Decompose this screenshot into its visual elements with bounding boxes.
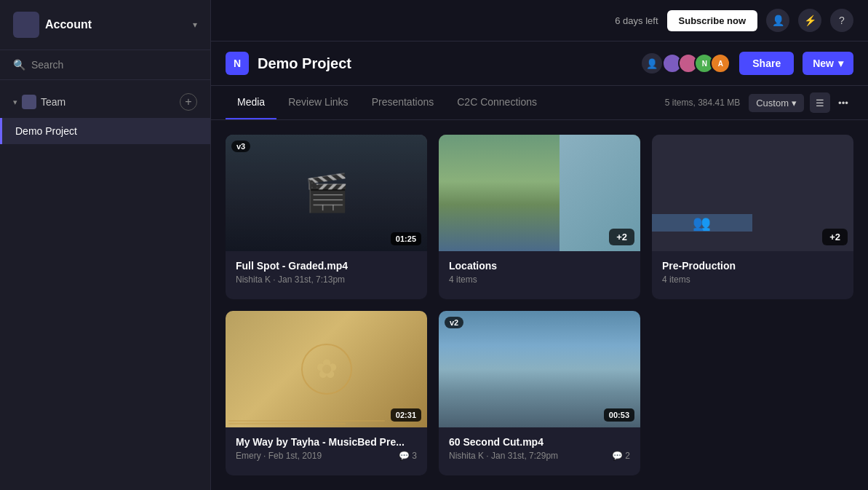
card-comment: 💬 2 [612,451,630,461]
project-header: N Demo Project 👤 N A Share New ▾ [211,42,868,86]
media-grid: 🎬 v3 01:25 Full Spot - Graded.mp4 Nishit… [211,120,868,490]
team-name: Team [41,96,175,108]
card-meta: Nishita K · Jan 31st, 7:29pm 💬 2 [449,451,630,461]
plus-badge-preproduction: +2 [822,229,848,245]
card-meta-text: Nishita K · Jan 31st, 7:29pm [449,451,558,461]
card-title: Pre-Production [662,260,843,272]
search-icon: 🔍 [13,59,25,71]
card-info-preproduction: Pre-Production 4 items [652,251,853,293]
thumb-image-location [439,135,560,251]
sort-chevron-icon: ▾ [792,98,797,108]
sort-button[interactable]: Custom ▾ [749,94,804,112]
card-info-locations: Locations 4 items [439,251,640,293]
card-title: My Way by Tayha - MusicBed Pre... [236,436,417,448]
media-card-full-spot[interactable]: 🎬 v3 01:25 Full Spot - Graded.mp4 Nishit… [226,135,427,299]
bolt-icon: ⚡ [804,15,816,26]
more-icon: ••• [838,98,848,108]
version-badge-v3: v3 [231,141,250,152]
thumbnail-sixty-second: v2 00:53 [439,311,640,427]
team-chevron-icon: ▾ [13,98,17,107]
comment-icon: 💬 [399,451,410,461]
media-card-my-way[interactable]: 02:31 My Way by Tayha - MusicBed Pre... … [226,311,427,475]
thumbnail-locations: +2 [439,135,640,251]
card-meta-text: Nishita K · Jan 31st, 7:13pm [236,274,345,285]
comment-count: 3 [412,451,417,461]
card-comment: 💬 3 [399,451,417,461]
account-chevron-icon: ▾ [193,20,197,30]
new-button[interactable]: New ▾ [803,52,853,75]
account-name: Account [45,18,187,31]
list-view-button[interactable]: ☰ [810,92,830,113]
card-title: Locations [449,260,630,272]
team-avatar [22,95,36,109]
card-meta-left: Emery · Feb 1st, 2019 [236,451,322,461]
plus-badge: +2 [609,229,634,245]
add-member-button[interactable]: 👤 [642,53,662,74]
tab-c2c-connections[interactable]: C2C Connections [445,86,549,119]
user-icon: 👤 [772,15,784,26]
duration-badge-music: 02:31 [391,408,421,422]
comment-count: 2 [625,451,630,461]
new-chevron-icon: ▾ [838,58,843,69]
version-badge-v2: v2 [445,317,463,328]
list-view-icon: ☰ [816,98,824,108]
card-meta: Nishita K · Jan 31st, 7:13pm [236,274,417,285]
more-options-button[interactable]: ••• [833,92,853,113]
trial-text: 6 days left [615,15,658,26]
add-team-button[interactable]: + [180,93,197,111]
duration-badge: 01:25 [391,232,421,245]
team-header[interactable]: ▾ Team + [0,86,210,118]
tab-review-links[interactable]: Review Links [276,86,359,119]
search-label: Search [31,59,63,71]
media-card-preproduction[interactable]: 👥 +2 Pre-Production 4 items [652,135,853,299]
help-icon: ? [839,15,845,26]
app-wrapper: Account ▾ 🔍 Search ▾ Team + Demo Project… [0,0,868,490]
comment-icon: 💬 [612,451,623,461]
thumbnail-preproduction: 👥 +2 [652,135,853,251]
card-meta-text: Emery · Feb 1st, 2019 [236,451,322,461]
member-avatars: 👤 N A [642,53,730,74]
card-title: 60 Second Cut.mp4 [449,436,630,448]
music-rose-icon [301,344,352,395]
user-profile-button[interactable]: 👤 [766,9,789,32]
search-button[interactable]: 🔍 Search [0,50,210,80]
activity-button[interactable]: ⚡ [798,9,821,32]
thumbnail-full-spot: 🎬 v3 01:25 [226,135,427,251]
subscribe-button[interactable]: Subscribe now [667,10,757,31]
sidebar: Account ▾ 🔍 Search ▾ Team + Demo Project [0,0,211,490]
sub-thumb-icon: 👥 [693,214,711,232]
items-count: 5 items, 384.41 MB [665,98,740,108]
account-button[interactable]: Account ▾ [0,0,210,50]
card-meta: 4 items [662,274,843,285]
card-info-full-spot: Full Spot - Graded.mp4 Nishita K · Jan 3… [226,251,427,293]
help-button[interactable]: ? [830,9,853,32]
add-member-icon: 👤 [646,58,658,69]
main-content: 6 days left Subscribe now 👤 ⚡ ? N Demo P… [211,0,868,490]
tabs-bar: Media Review Links Presentations C2C Con… [211,86,868,120]
media-card-sixty-second[interactable]: v2 00:53 60 Second Cut.mp4 Nishita K · J… [439,311,640,475]
card-meta: 4 items [449,274,630,285]
project-icon: N [226,52,249,75]
card-meta-left: Nishita K · Jan 31st, 7:29pm [449,451,558,461]
share-button[interactable]: Share [739,52,794,75]
card-info-sixty-second: 60 Second Cut.mp4 Nishita K · Jan 31st, … [439,427,640,470]
sort-label: Custom [756,98,789,108]
sub-thumb-3: 👥 [652,214,752,232]
card-title: Full Spot - Graded.mp4 [236,260,417,272]
duration-badge-beach: 00:53 [604,408,634,422]
card-meta-text: 4 items [449,274,477,285]
thumbnail-my-way: 02:31 [226,311,427,427]
tab-media[interactable]: Media [226,86,276,119]
account-avatar [13,12,39,38]
project-list-item[interactable]: Demo Project [0,118,210,144]
media-card-locations[interactable]: +2 Locations 4 items [439,135,640,299]
card-meta: Emery · Feb 1st, 2019 💬 3 [236,451,417,461]
top-bar: 6 days left Subscribe now 👤 ⚡ ? [211,0,868,42]
tab-presentations[interactable]: Presentations [360,86,446,119]
card-info-my-way: My Way by Tayha - MusicBed Pre... Emery … [226,427,427,470]
new-label: New [813,58,834,69]
card-meta-text: 4 items [662,274,690,285]
project-title: Demo Project [258,55,633,72]
team-section: ▾ Team + Demo Project [0,80,210,150]
avatar-4: A [710,53,730,74]
